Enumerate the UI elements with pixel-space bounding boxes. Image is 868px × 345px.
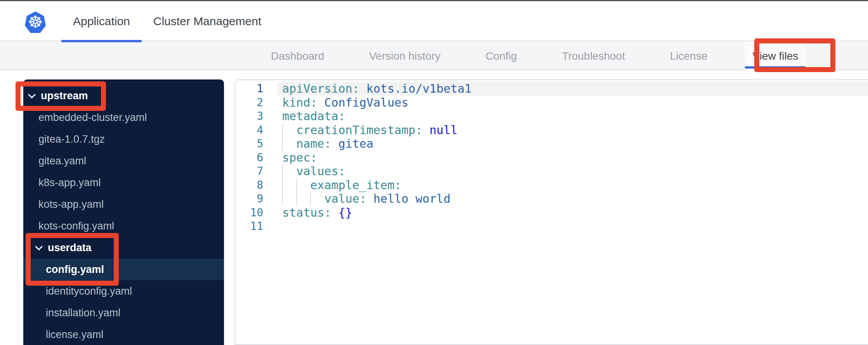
code-segment: {}	[331, 206, 352, 219]
code-segment: spec:	[282, 151, 317, 164]
tree-file-gitea-1-0-7-tgz[interactable]: gitea-1.0.7.tgz	[23, 128, 224, 150]
code-segment	[282, 137, 296, 150]
code-text[interactable]: metadata:	[277, 109, 868, 123]
tree-item-label: config.yaml	[46, 264, 104, 276]
yaml-file-viewer: 1apiVersion: kots.io/v1beta12kind: Confi…	[234, 79, 868, 345]
tree-item-label: upstream	[41, 90, 88, 102]
tree-item-label: kots-app.yaml	[38, 198, 104, 210]
tree-item-label: userdata	[48, 242, 92, 254]
line-number: 8	[235, 178, 277, 192]
code-segment: creationTimestamp:	[296, 123, 422, 137]
line-number: 3	[235, 109, 277, 123]
code-segment: kind:	[282, 96, 317, 109]
tree-file-license-yaml[interactable]: license.yaml	[23, 324, 224, 345]
code-line-11[interactable]: 11	[235, 219, 868, 233]
code-text[interactable]: creationTimestamp: null	[277, 123, 868, 137]
tree-file-embedded-cluster-yaml[interactable]: embedded-cluster.yaml	[23, 107, 224, 128]
kots-admin-console: ☸ ApplicationCluster Management Dashboar…	[0, 0, 868, 345]
subnav-tab-license[interactable]: License	[663, 42, 715, 70]
code-text[interactable]: value: hello world	[277, 192, 868, 206]
code-text[interactable]: apiVersion: kots.io/v1beta1	[277, 82, 868, 96]
code-line-6[interactable]: 6spec:	[235, 151, 868, 165]
tree-file-gitea-yaml[interactable]: gitea.yaml	[23, 150, 224, 172]
code-line-2[interactable]: 2kind: ConfigValues	[235, 96, 868, 110]
header-tab-cluster-management[interactable]: Cluster Management	[142, 1, 273, 41]
subnav-tab-troubleshoot[interactable]: Troubleshoot	[555, 42, 632, 70]
line-number: 2	[235, 96, 277, 110]
code-segment: values:	[296, 164, 345, 178]
code-segment: status:	[282, 206, 331, 219]
tree-folder-upstream[interactable]: upstream	[23, 85, 224, 107]
code-text[interactable]: name: gitea	[277, 137, 868, 151]
tree-item-label: license.yaml	[46, 329, 104, 341]
tree-folder-userdata[interactable]: userdata	[23, 237, 224, 259]
code-line-1[interactable]: 1apiVersion: kots.io/v1beta1	[235, 82, 868, 96]
code-text[interactable]: status: {}	[277, 206, 868, 220]
header-tabs: ApplicationCluster Management	[61, 1, 273, 41]
code-line-8[interactable]: 8 example_item:	[235, 178, 868, 192]
tree-item-label: installation.yaml	[46, 307, 120, 319]
kubernetes-logo-icon: ☸	[25, 11, 46, 33]
code-segment: metadata:	[282, 109, 345, 123]
code-segment	[282, 164, 296, 178]
code-segment: hello world	[366, 192, 451, 205]
tree-file-kots-config-yaml[interactable]: kots-config.yaml	[23, 215, 224, 237]
subnav-tab-view-files[interactable]: View files	[745, 42, 806, 70]
code-segment: apiVersion:	[282, 82, 359, 95]
line-number: 6	[235, 151, 277, 165]
indent-guide	[282, 178, 283, 192]
tree-file-installation-yaml[interactable]: installation.yaml	[23, 302, 224, 324]
code-text[interactable]: spec:	[277, 151, 868, 165]
subnav-tab-config[interactable]: Config	[478, 42, 524, 70]
line-number: 7	[235, 164, 277, 178]
line-number: 1	[235, 82, 277, 96]
code-segment	[282, 123, 296, 137]
indent-guide	[282, 164, 283, 178]
indent-guide	[282, 137, 283, 151]
code-segment	[282, 192, 324, 205]
indent-guide	[310, 192, 311, 206]
line-number: 11	[235, 219, 277, 233]
indent-guide	[282, 123, 283, 137]
subnav-tab-dashboard[interactable]: Dashboard	[264, 42, 332, 70]
code-segment: example_item:	[310, 178, 401, 192]
code-segment: kots.io/v1beta1	[359, 82, 472, 95]
chevron-down-icon[interactable]	[35, 243, 43, 250]
app-header: ☸ ApplicationCluster Management	[0, 1, 868, 41]
code-text[interactable]: kind: ConfigValues	[277, 96, 868, 110]
code-text[interactable]	[277, 219, 868, 233]
tree-item-label: identityconfig.yaml	[46, 285, 132, 297]
tree-file-k8s-app-yaml[interactable]: k8s-app.yaml	[23, 172, 224, 193]
tree-item-label: k8s-app.yaml	[38, 177, 101, 189]
code-segment: ConfigValues	[317, 96, 408, 109]
tree-file-kots-app-yaml[interactable]: kots-app.yaml	[23, 193, 224, 215]
code-line-4[interactable]: 4 creationTimestamp: null	[235, 123, 868, 137]
code-line-9[interactable]: 9 value: hello world	[235, 192, 868, 206]
code-line-5[interactable]: 5 name: gitea	[235, 137, 868, 151]
tree-item-label: gitea.yaml	[38, 155, 86, 167]
app-subnav: DashboardVersion historyConfigTroublesho…	[0, 42, 868, 70]
tree-file-config-yaml[interactable]: config.yaml	[23, 259, 224, 280]
line-number: 4	[235, 123, 277, 137]
indent-guide	[282, 192, 283, 206]
code-text[interactable]: values:	[277, 164, 868, 178]
code-text[interactable]: example_item:	[277, 178, 868, 192]
code-segment: null	[422, 123, 457, 137]
header-tab-application[interactable]: Application	[61, 1, 142, 41]
code-segment: gitea	[331, 137, 373, 150]
file-tree-sidebar: upstreamembedded-cluster.yamlgitea-1.0.7…	[23, 79, 224, 345]
tree-item-label: gitea-1.0.7.tgz	[38, 133, 105, 145]
tree-file-identityconfig-yaml[interactable]: identityconfig.yaml	[23, 280, 224, 302]
line-number: 9	[235, 192, 277, 206]
line-number: 5	[235, 137, 277, 151]
code-segment: name:	[296, 137, 331, 150]
subnav-tab-version-history[interactable]: Version history	[362, 42, 448, 70]
indent-guide	[296, 178, 297, 192]
code-line-10[interactable]: 10status: {}	[235, 206, 868, 220]
code-segment: value:	[324, 192, 366, 205]
code-line-7[interactable]: 7 values:	[235, 164, 868, 178]
tree-item-label: kots-config.yaml	[38, 220, 114, 232]
line-number: 10	[235, 206, 277, 220]
code-line-3[interactable]: 3metadata:	[235, 109, 868, 123]
chevron-down-icon[interactable]	[28, 91, 36, 98]
